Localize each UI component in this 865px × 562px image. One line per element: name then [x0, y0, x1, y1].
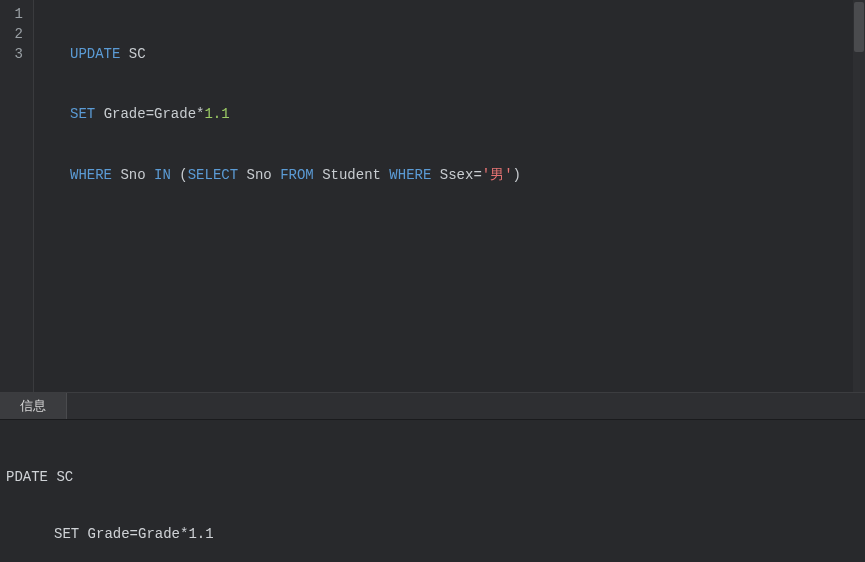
- expression: Ssex=: [440, 167, 482, 183]
- output-tab-bar: 信息: [0, 392, 865, 420]
- output-messages-pane[interactable]: PDATE SC SET Grade=Grade*1.1 WHERE Sno I…: [0, 420, 865, 562]
- editor-vertical-scrollbar[interactable]: [853, 0, 865, 392]
- code-line: UPDATE SC: [70, 44, 865, 64]
- identifier: Sno: [120, 167, 145, 183]
- output-line: SET Grade=Grade*1.1: [6, 525, 859, 544]
- keyword-update: UPDATE: [70, 46, 120, 62]
- line-number: 3: [0, 44, 23, 64]
- code-line: SET Grade=Grade*1.1: [70, 104, 865, 124]
- keyword-from: FROM: [280, 167, 314, 183]
- keyword-where: WHERE: [389, 167, 431, 183]
- string-quote: ': [504, 167, 512, 183]
- number-literal: 1.1: [204, 106, 229, 122]
- paren-open: (: [179, 167, 187, 183]
- keyword-where: WHERE: [70, 167, 112, 183]
- code-text-area[interactable]: UPDATE SC SET Grade=Grade*1.1 WHERE Sno …: [34, 0, 865, 392]
- code-editor-pane[interactable]: 1 2 3 UPDATE SC SET Grade=Grade*1.1 WHER…: [0, 0, 865, 392]
- expression: Grade=Grade*: [104, 106, 205, 122]
- identifier: SC: [129, 46, 146, 62]
- keyword-select: SELECT: [188, 167, 238, 183]
- line-number: 1: [0, 4, 23, 24]
- string-quote: ': [482, 167, 490, 183]
- line-number-gutter: 1 2 3: [0, 0, 34, 392]
- keyword-in: IN: [154, 167, 171, 183]
- identifier: Student: [322, 167, 381, 183]
- tab-messages[interactable]: 信息: [0, 393, 67, 419]
- tab-label: 信息: [20, 397, 46, 415]
- scrollbar-thumb[interactable]: [854, 2, 864, 52]
- identifier: Sno: [247, 167, 272, 183]
- output-line: PDATE SC: [6, 468, 859, 487]
- code-line: WHERE Sno IN (SELECT Sno FROM Student WH…: [70, 164, 865, 184]
- line-number: 2: [0, 24, 23, 44]
- keyword-set: SET: [70, 106, 95, 122]
- string-literal: 男: [490, 166, 504, 182]
- paren-close: ): [513, 167, 521, 183]
